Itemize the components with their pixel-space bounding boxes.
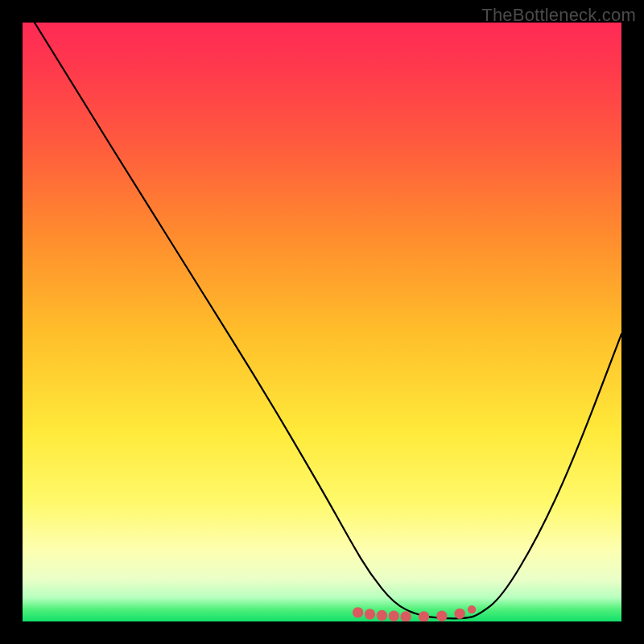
plot-area: [23, 23, 621, 621]
chart-frame: TheBottleneck.com: [0, 0, 644, 644]
marker-dot: [400, 611, 411, 621]
marker-dot: [377, 610, 387, 621]
chart-overlay: [23, 23, 621, 621]
marker-dot: [419, 611, 429, 621]
marker-dot: [436, 611, 447, 621]
bottleneck-curve: [35, 23, 621, 618]
marker-dot: [389, 611, 399, 621]
marker-dot: [454, 609, 464, 619]
marker-dot: [353, 607, 363, 617]
marker-dot: [365, 609, 375, 619]
marker-dot: [468, 605, 476, 613]
